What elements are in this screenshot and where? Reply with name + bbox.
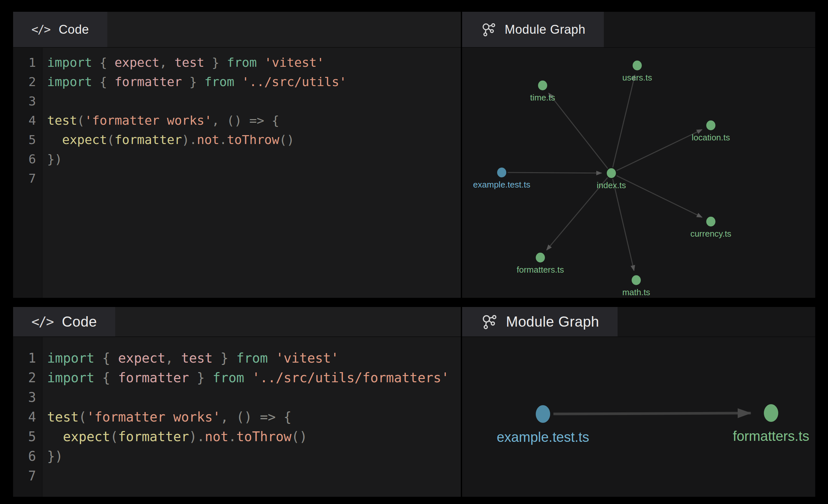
- tab-label: Code: [58, 23, 89, 37]
- line-number: 3: [13, 387, 42, 407]
- code-token: import: [47, 55, 92, 70]
- code-token: .: [229, 429, 236, 444]
- code-token: }: [204, 55, 227, 70]
- module-graph-panel-bottom: Module Graph example.test.tsformatters.t…: [462, 307, 815, 497]
- tab-label: Code: [62, 313, 97, 330]
- code-token: toThrow: [236, 429, 292, 444]
- tabbar: </> Code: [13, 12, 461, 48]
- code-text: }): [42, 150, 62, 169]
- code-text: test('formatter works', () => {: [42, 407, 292, 427]
- code-token: '../src/utils': [234, 75, 346, 89]
- graph-node-formatters[interactable]: [764, 404, 778, 422]
- code-text: import { expect, test } from 'vitest': [42, 53, 324, 72]
- graph-node-index[interactable]: [607, 168, 616, 178]
- code-token: , () => {: [212, 113, 279, 128]
- code-text: }): [42, 447, 63, 466]
- code-token: ,: [159, 55, 174, 70]
- graph-node-example[interactable]: [536, 405, 550, 423]
- code-line: 7: [13, 466, 461, 486]
- code-token: expect: [63, 429, 110, 444]
- code-text: [42, 387, 47, 407]
- graph-node-time[interactable]: [538, 81, 547, 90]
- code-token: test: [181, 350, 212, 366]
- code-icon: </>: [31, 23, 50, 36]
- code-token: [47, 429, 63, 444]
- code-line: 1import { expect, test } from 'vitest': [13, 348, 461, 368]
- code-token: from: [227, 55, 257, 70]
- code-line: 4test('formatter works', () => {: [13, 407, 461, 427]
- code-token: }: [182, 75, 205, 89]
- tabbar: </> Code: [13, 307, 461, 337]
- graph-node-label: index.ts: [596, 180, 626, 190]
- line-number: 7: [13, 466, 42, 486]
- graph-node-label: location.ts: [692, 132, 730, 142]
- line-number: 7: [13, 169, 42, 188]
- code-token: expect: [62, 132, 107, 147]
- code-line: 2import { formatter } from '../src/utils…: [13, 368, 461, 387]
- graph-node-location[interactable]: [706, 120, 715, 130]
- graph-node-label: users.ts: [622, 73, 652, 82]
- graph-node-label: example.test.ts: [473, 180, 531, 190]
- code-token: from: [213, 370, 244, 385]
- code-token: formatter: [118, 429, 189, 444]
- code-token: ).: [189, 429, 205, 444]
- code-text: test('formatter works', () => {: [42, 111, 279, 130]
- code-text: [42, 169, 47, 188]
- line-number: 3: [13, 92, 42, 111]
- code-token: {: [94, 370, 118, 385]
- tab-module-graph[interactable]: Module Graph: [462, 12, 604, 47]
- line-number: 1: [13, 53, 42, 72]
- graph-node-currency[interactable]: [706, 217, 715, 226]
- code-token: 'vitest': [257, 55, 324, 70]
- code-line: 2import { formatter } from '../src/utils…: [13, 72, 461, 92]
- graph-edge: [613, 75, 635, 167]
- graph-node-users[interactable]: [633, 60, 642, 70]
- graph-node-math[interactable]: [632, 275, 641, 285]
- graph-node-label: time.ts: [530, 93, 555, 102]
- code-editor[interactable]: 1import { expect, test } from 'vitest'2i…: [13, 337, 461, 497]
- code-token: {: [94, 350, 118, 366]
- graph-node-formatters[interactable]: [536, 253, 545, 262]
- graph-node-label: formatters.ts: [733, 428, 809, 444]
- graph-node-label: currency.ts: [690, 229, 731, 239]
- code-token: formatter: [115, 132, 182, 147]
- code-token: test: [174, 55, 205, 70]
- code-text: [42, 92, 47, 111]
- code-token: formatter: [118, 370, 189, 385]
- code-token: ,: [165, 350, 181, 366]
- line-number: 5: [13, 130, 42, 150]
- code-text: import { formatter } from '../src/utils/…: [42, 368, 449, 387]
- tabbar: Module Graph: [462, 12, 815, 48]
- code-token: test: [47, 113, 77, 128]
- code-token: import: [47, 370, 94, 385]
- code-token: import: [47, 75, 92, 89]
- graph-edge: [508, 172, 602, 173]
- graph-edge: [553, 413, 751, 414]
- graph-node-example[interactable]: [497, 168, 506, 177]
- code-line: 7: [13, 169, 461, 188]
- code-token: }: [213, 350, 236, 366]
- tab-label: Module Graph: [506, 313, 599, 330]
- code-token: not: [197, 132, 219, 147]
- code-token: ).: [182, 132, 197, 147]
- module-graph-canvas[interactable]: example.test.tsformatters.ts: [462, 337, 815, 497]
- line-number: 1: [13, 348, 42, 368]
- tab-module-graph[interactable]: Module Graph: [462, 307, 618, 336]
- tab-label: Module Graph: [505, 23, 585, 37]
- code-line: 4test('formatter works', () => {: [13, 111, 461, 130]
- module-graph-canvas[interactable]: users.tstime.tslocation.tsexample.test.t…: [462, 48, 815, 298]
- tab-code[interactable]: </> Code: [13, 12, 107, 47]
- code-token: }): [47, 449, 63, 464]
- line-number: 4: [13, 407, 42, 427]
- graph-node-label: example.test.ts: [497, 429, 589, 445]
- tab-code[interactable]: </> Code: [13, 307, 115, 336]
- module-graph-icon: [481, 313, 497, 330]
- code-text: [42, 466, 47, 486]
- code-token: (): [292, 429, 307, 444]
- code-token: (: [107, 132, 115, 147]
- code-editor[interactable]: 1import { expect, test } from 'vitest'2i…: [13, 48, 461, 298]
- line-number: 6: [13, 150, 42, 169]
- line-number: 5: [13, 427, 42, 447]
- code-token: from: [236, 350, 268, 366]
- code-token: import: [47, 350, 94, 366]
